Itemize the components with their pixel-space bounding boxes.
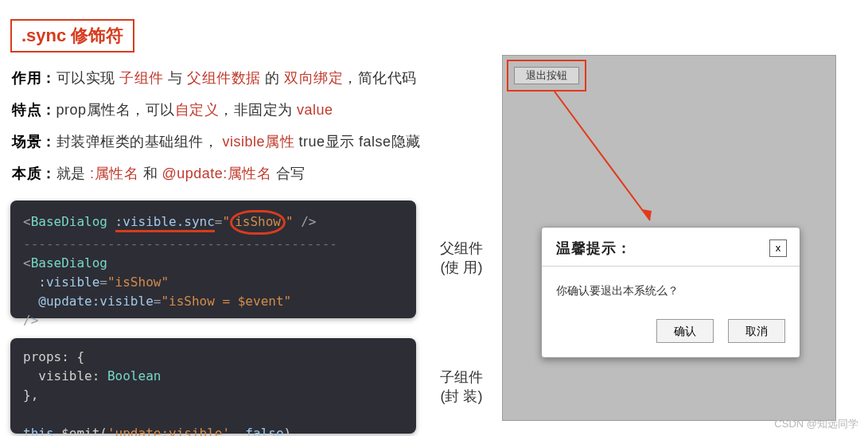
text: 可以实现: [56, 70, 120, 86]
keyword: value: [297, 102, 333, 118]
separator: ----------------------------------------…: [23, 235, 403, 254]
attr-name: :visible: [38, 274, 99, 290]
attr-val: "isShow = $event": [161, 294, 291, 309]
code: props: {: [23, 349, 84, 364]
label: 本质：: [12, 165, 56, 181]
code: },: [23, 387, 38, 403]
keyword: 子组件: [119, 70, 164, 86]
dialog-body: 你确认要退出本系统么？: [542, 267, 800, 319]
desc-line-feature: 特点：prop属性名，可以自定义，非固定为 value: [12, 100, 333, 119]
confirm-button[interactable]: 确认: [656, 319, 714, 343]
text: ，简化代码: [343, 70, 417, 86]
cancel-button[interactable]: 取消: [728, 319, 785, 343]
text: 父组件: [426, 239, 497, 258]
code: ,: [230, 426, 245, 436]
confirm-dialog: 温馨提示： x 你确认要退出本系统么？ 确认 取消: [541, 227, 800, 358]
tag: BaseDialog: [31, 255, 107, 271]
text: 就是: [56, 165, 91, 181]
keyword: 双向绑定: [284, 70, 343, 86]
attr-val: "isShow": [107, 274, 169, 290]
side-label-child: 子组件 (封 装): [426, 368, 497, 406]
keyword: 父组件数据: [187, 70, 261, 86]
side-label-parent: 父组件 (使 用): [426, 239, 497, 277]
dialog-title: 温馨提示：: [556, 239, 632, 258]
slide-title: .sync 修饰符: [10, 19, 134, 53]
text: 的: [261, 70, 285, 86]
bool: false: [245, 426, 283, 436]
label: 场景：: [12, 134, 56, 150]
text: ，非固定为: [219, 102, 297, 118]
type: Boolean: [107, 368, 161, 383]
code: this: [23, 426, 54, 436]
text: 合写: [271, 165, 306, 181]
quote: ": [286, 214, 294, 229]
close-button[interactable]: x: [769, 239, 787, 257]
string: 'update:visible': [107, 426, 230, 436]
text: prop属性名，可以: [56, 102, 175, 118]
text: true显示 false隐藏: [294, 134, 421, 150]
code: .$emit(: [54, 426, 107, 436]
code: ): [284, 426, 292, 436]
desc-line-purpose: 作用：可以实现 子组件 与 父组件数据 的 双向绑定，简化代码: [12, 68, 417, 88]
text: 与: [164, 70, 188, 86]
svg-marker-1: [642, 209, 652, 220]
dialog-head: 温馨提示： x: [542, 228, 800, 267]
code: visible:: [23, 368, 107, 383]
quote: ": [222, 214, 230, 229]
label: 作用：: [12, 70, 56, 86]
attr-name: :visible.sync: [115, 214, 215, 232]
attr-name: @update:visible: [38, 294, 154, 309]
demo-panel: 退出按钮 温馨提示： x 你确认要退出本系统么？ 确认 取消: [502, 55, 836, 421]
keyword: @update:属性名: [162, 165, 272, 181]
keyword: :属性名: [90, 165, 138, 181]
dialog-foot: 确认 取消: [542, 319, 800, 343]
tag: BaseDialog: [31, 214, 107, 229]
code-block-parent: <BaseDialog :visible.sync="isShow" /> --…: [10, 200, 416, 318]
text: (封 装): [426, 387, 497, 406]
watermark: CSDN @知远同学: [774, 417, 858, 431]
label: 特点：: [12, 102, 56, 118]
code-block-child: props: { visible: Boolean }, this.$emit(…: [10, 338, 416, 434]
arrow-icon: [547, 84, 666, 235]
text: 封装弹框类的基础组件，: [56, 134, 219, 150]
keyword: visible属性: [218, 134, 294, 150]
keyword: 自定义: [175, 102, 220, 118]
svg-line-0: [555, 91, 650, 220]
logout-button[interactable]: 退出按钮: [514, 67, 579, 84]
desc-line-scene: 场景：封装弹框类的基础组件， visible属性 true显示 false隐藏: [12, 132, 421, 151]
text: 和: [138, 165, 162, 181]
desc-line-essence: 本质：就是 :属性名 和 @update:属性名 合写: [12, 164, 306, 183]
text: 子组件: [426, 368, 497, 387]
attr-val: isShow: [230, 210, 286, 235]
text: (使 用): [426, 258, 497, 277]
